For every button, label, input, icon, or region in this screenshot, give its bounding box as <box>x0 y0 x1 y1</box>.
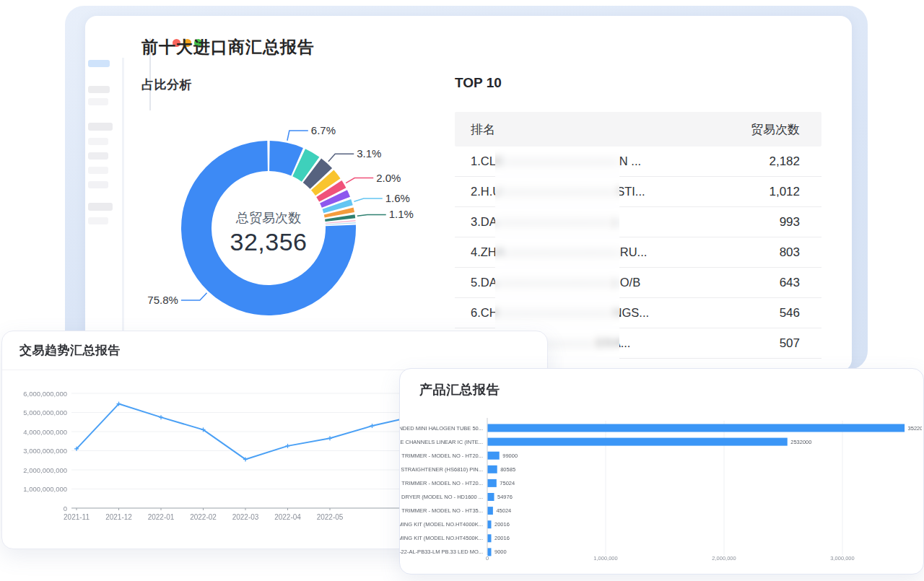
bar-5[interactable] <box>488 479 497 487</box>
bar-category-label: HAIR DRYER (MODEL NO - HD1600 ... <box>400 494 483 500</box>
y-axis-tick-label: 0 <box>64 504 67 512</box>
bar-1[interactable] <box>488 424 905 432</box>
skeleton-bar[interactable] <box>88 203 113 211</box>
skeleton-bar[interactable] <box>88 98 108 105</box>
sidebar-divider <box>122 58 124 375</box>
donut-chart: 6.7%3.1%2.0%1.6%1.1%75.8%总贸易次数32,356 <box>134 101 437 332</box>
bar-value-label: 2532000 <box>790 439 811 445</box>
skeleton-bar[interactable] <box>88 181 108 188</box>
bar-2[interactable] <box>488 438 788 446</box>
donut-label-line <box>346 178 373 183</box>
trend-data-point[interactable] <box>159 415 163 419</box>
trade-count-value: 546 <box>780 306 800 320</box>
skeleton-bar[interactable] <box>88 167 108 174</box>
donut-label-line <box>354 198 382 201</box>
y-axis-tick-label: 4,000,000,000 <box>23 428 67 436</box>
bar-value-label: 20016 <box>494 535 510 541</box>
bar-category-label: HAIR TRIMMER - MODEL NO - HT35... <box>400 507 483 514</box>
donut-percent-label: 1.6% <box>385 192 410 204</box>
trade-count-value: 993 <box>780 215 800 230</box>
bar-category-label: HAIR TRIMMER - MODEL NO - HT20... <box>400 453 483 459</box>
skeleton-bar[interactable] <box>88 86 110 93</box>
bar-category-label: UNBRANDED MINI HALOGEN TUBE 50... <box>400 425 483 432</box>
table-header: 排名 贸易次数 <box>455 112 821 147</box>
y-axis-tick-label: 6,000,000,000 <box>23 390 67 398</box>
bar-value-label: 80585 <box>500 466 515 473</box>
skeleton-bar-active[interactable] <box>88 60 110 67</box>
bar-value-label: 45024 <box>496 507 511 514</box>
bar-category-label: GROOMING KIT (MODEL NO.HT4500K... <box>400 535 483 541</box>
y-axis-tick-label: 2,000,000,000 <box>23 466 67 474</box>
bar-category-label: HAIR STRAIGHTENER (HS6810) PIN... <box>400 466 483 473</box>
bar-category-label: HRE-22-AL-PB33-LM PB.33 LED MO... <box>400 549 483 555</box>
donut-section-label: 占比分析 <box>141 77 192 93</box>
donut-label-line <box>357 214 386 216</box>
skeleton-bar[interactable] <box>88 123 113 131</box>
x-axis-tick-label: 2022-03 <box>232 513 259 521</box>
donut-center-value: 32,356 <box>230 228 308 255</box>
trend-data-point[interactable] <box>370 424 375 428</box>
report-window: 前十大进口商汇总报告 占比分析 TOP 10 6.7%3.1%2.0%1.6%1… <box>85 16 852 371</box>
x-axis-tick-label: 2,000,000 <box>712 555 736 562</box>
trend-card-title: 交易趋势汇总报告 <box>19 342 121 359</box>
page-title: 前十大进口商汇总报告 <box>141 36 315 58</box>
bar-6[interactable] <box>488 493 494 501</box>
x-axis-tick-label: 1,000,000 <box>593 555 617 562</box>
skeleton-bar[interactable] <box>88 152 108 160</box>
bar-3[interactable] <box>488 452 500 460</box>
donut-percent-label: 2.0% <box>376 172 401 184</box>
bar-value-label: 3522000 <box>908 425 922 432</box>
bar-10[interactable] <box>488 548 492 556</box>
donut-label-line <box>328 154 354 161</box>
donut-percent-label: 6.7% <box>311 124 336 136</box>
product-report-card: 产品汇总报告 01,000,0002,000,0003,000,000UNBRA… <box>399 368 924 575</box>
bar-8[interactable] <box>488 520 492 528</box>
bar-9[interactable] <box>488 534 492 542</box>
x-axis-tick-label: 2022-01 <box>148 513 175 521</box>
column-header-rank: 排名 <box>471 121 495 138</box>
donut-percent-label: 75.8% <box>147 294 178 306</box>
bar-value-label: 20016 <box>494 521 510 528</box>
bar-category-label: THREE CHANNELS LINEAR IC (INTE... <box>400 439 483 445</box>
x-axis-tick-label: 3,000,000 <box>830 555 854 562</box>
trade-count-value: 1,012 <box>769 185 800 199</box>
bar-value-label: 99000 <box>502 453 518 459</box>
donut-percent-label: 3.1% <box>357 147 381 160</box>
bar-4[interactable] <box>488 466 497 473</box>
x-axis-tick-label: 2021-12 <box>105 513 132 521</box>
donut-percent-label: 1.1% <box>389 208 414 220</box>
bar-value-label: 9000 <box>494 549 507 555</box>
trade-count-value: 507 <box>780 336 800 351</box>
y-axis-tick-label: 5,000,000,000 <box>23 409 67 416</box>
donut-center-label: 总贸易次数 <box>235 211 301 225</box>
trade-count-value: 803 <box>780 245 800 260</box>
x-axis-tick-label: 2021-11 <box>64 513 90 521</box>
y-axis-tick-label: 1,000,000,000 <box>23 485 67 493</box>
trade-count-value: 643 <box>780 276 800 290</box>
product-card-title: 产品汇总报告 <box>419 381 500 398</box>
column-header-trade-count: 贸易次数 <box>751 121 800 138</box>
x-axis-tick-label: 2022-04 <box>274 513 301 521</box>
donut-label-line <box>181 293 207 300</box>
skeleton-bar[interactable] <box>88 217 108 224</box>
skeleton-bar[interactable] <box>88 138 108 145</box>
trend-data-point[interactable] <box>286 444 290 448</box>
trend-data-point[interactable] <box>328 436 332 440</box>
x-axis-tick-label: 2022-05 <box>317 513 344 521</box>
product-bar-chart: 01,000,0002,000,0003,000,000UNBRANDED MI… <box>400 409 922 569</box>
x-axis-tick-label: 2022-02 <box>190 513 217 521</box>
top10-section-label: TOP 10 <box>455 75 502 91</box>
y-axis-tick-label: 3,000,000,000 <box>23 447 67 455</box>
bar-7[interactable] <box>488 507 493 515</box>
bar-category-label: HAIR TRIMMER - MODEL NO - HT20... <box>400 480 483 486</box>
donut-label-line <box>287 131 308 141</box>
bar-value-label: 54976 <box>497 494 513 500</box>
page: 前十大进口商汇总报告 占比分析 TOP 10 6.7%3.1%2.0%1.6%1… <box>0 0 924 581</box>
bar-value-label: 75024 <box>500 480 515 486</box>
bar-category-label: GROOMING KIT (MODEL NO.HT4000K... <box>400 521 483 528</box>
trade-count-value: 2,182 <box>769 154 800 169</box>
